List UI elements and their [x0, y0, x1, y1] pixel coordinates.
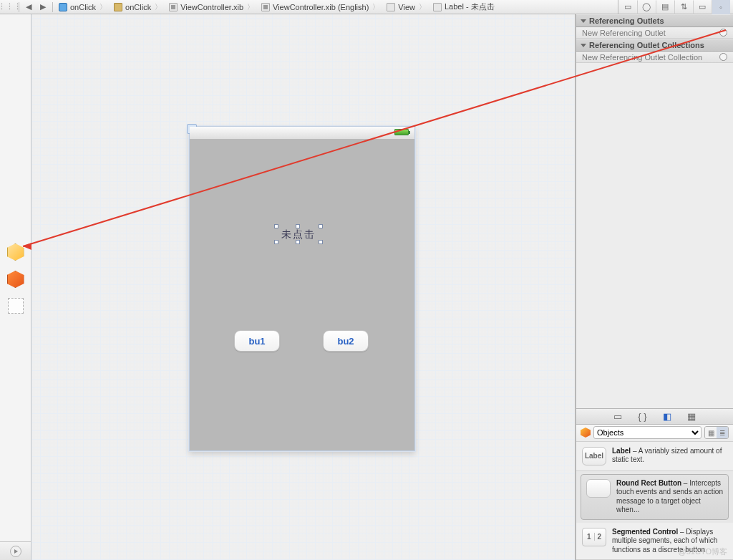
first-responder-icon[interactable]: [7, 271, 24, 288]
breadcrumb-file[interactable]: ViewController.xib 〉: [166, 1, 257, 14]
selection-handle[interactable]: [274, 240, 278, 244]
button-bu2[interactable]: bu2: [323, 330, 369, 352]
status-bar: [190, 127, 414, 140]
disclosure-triangle-icon: [581, 19, 586, 23]
library-filter-bar: Objects ▦ ≣: [576, 425, 733, 442]
attributes-inspector-icon[interactable]: ⇅: [674, 0, 693, 14]
library-item-round-rect-button[interactable]: Round Rect Button – Intercepts touch eve…: [581, 474, 729, 520]
document-outline-strip: [0, 14, 31, 560]
breadcrumb-label: onClick: [125, 3, 151, 11]
outlet-label: New Referencing Outlet Collection: [582, 53, 702, 62]
connection-well-icon[interactable]: [719, 29, 727, 37]
section-title: Referencing Outlets: [589, 16, 664, 25]
inspector-body: [576, 63, 733, 408]
selection-handle[interactable]: [319, 240, 323, 244]
jump-bar: ⋮⋮⋮ ◀ ▶ onClick 〉 onClick 〉 ViewControll…: [0, 0, 733, 14]
referencing-outlets-section: Referencing Outlets New Referencing Outl…: [576, 14, 733, 39]
section-header[interactable]: Referencing Outlet Collections: [576, 39, 733, 52]
breadcrumb-label-item[interactable]: Label - 未点击: [430, 1, 497, 14]
forward-button[interactable]: ▶: [37, 1, 49, 13]
segmented-preview-icon: 12: [582, 528, 606, 546]
xib-file-icon: [261, 3, 270, 11]
chevron-right-icon: 〉: [247, 2, 254, 12]
chevron-right-icon: 〉: [99, 2, 107, 12]
separator: [52, 2, 53, 12]
view-icon: [387, 3, 395, 11]
view-content[interactable]: 未点击 bu1 bu2: [190, 140, 414, 450]
expand-outline-button[interactable]: [10, 546, 21, 557]
xib-file-icon: [169, 3, 178, 11]
library-panel: ▭ { } ◧ ▦ Objects ▦ ≣ Label: [576, 408, 733, 561]
library-item-title: Label: [612, 447, 631, 455]
object-library-icon[interactable]: ◧: [663, 411, 671, 422]
related-items-icon[interactable]: ⋮⋮⋮: [3, 1, 16, 13]
selection-handle[interactable]: [319, 224, 323, 228]
media-library-icon[interactable]: ▦: [687, 411, 696, 422]
breadcrumb-project[interactable]: onClick 〉: [56, 1, 110, 14]
breadcrumb-file-lang[interactable]: ViewController.xib (English) 〉: [258, 1, 382, 14]
breadcrumb-label: Label - 未点击: [445, 1, 495, 12]
selection-handle[interactable]: [296, 224, 300, 228]
outlet-label: New Referencing Outlet: [582, 29, 666, 37]
breadcrumb-view[interactable]: View 〉: [384, 1, 429, 14]
library-item-label[interactable]: Label Label – A variably sized amount of…: [576, 442, 733, 471]
connections-inspector-icon[interactable]: ◦: [712, 0, 730, 14]
button-label: bu1: [248, 336, 265, 347]
file-inspector-icon[interactable]: ▭: [618, 0, 637, 14]
library-tabs: ▭ { } ◧ ▦: [576, 409, 733, 425]
referencing-outlet-collections-section: Referencing Outlet Collections New Refer…: [576, 39, 733, 63]
main-area: × 未点击 bu1 bu2: [0, 14, 733, 560]
view-object-icon[interactable]: [8, 298, 24, 314]
outlet-row[interactable]: New Referencing Outlet: [576, 27, 733, 39]
selection-handle[interactable]: [296, 240, 300, 244]
button-preview-icon: [586, 479, 611, 498]
breadcrumb-label: ViewController.xib (English): [273, 3, 369, 11]
size-inspector-icon[interactable]: ▭: [693, 0, 712, 14]
breadcrumb-folder[interactable]: onClick 〉: [111, 1, 165, 14]
file-templates-icon[interactable]: ▭: [613, 411, 622, 422]
library-item-text: Round Rect Button – Intercepts touch eve…: [616, 479, 723, 515]
interface-builder-canvas[interactable]: × 未点击 bu1 bu2: [31, 14, 576, 560]
label-preview-icon: Label: [582, 447, 606, 465]
library-view-mode: ▦ ≣: [704, 426, 729, 439]
library-scope-select[interactable]: Objects: [593, 426, 702, 439]
objects-cube-icon: [581, 428, 591, 438]
back-button[interactable]: ◀: [22, 1, 35, 13]
identity-inspector-icon[interactable]: ▤: [656, 0, 674, 14]
connection-well-icon[interactable]: [719, 53, 727, 61]
button-bu1[interactable]: bu1: [234, 330, 280, 352]
library-item-text: Label – A variably sized amount of stati…: [612, 447, 727, 465]
breadcrumb-label: View: [398, 3, 415, 11]
library-item-title: Segmented Control: [612, 528, 678, 536]
list-view-button[interactable]: ≣: [717, 427, 728, 438]
quickhelp-inspector-icon[interactable]: ◯: [637, 0, 656, 14]
watermark: @51CTO博客: [679, 546, 727, 557]
button-label: bu2: [337, 336, 354, 347]
chevron-right-icon: 〉: [372, 2, 379, 12]
breadcrumb-label: onClick: [70, 3, 96, 11]
section-header[interactable]: Referencing Outlets: [576, 14, 733, 27]
files-owner-icon[interactable]: [7, 243, 24, 261]
separator: [19, 2, 19, 12]
library-item-title: Round Rect Button: [616, 479, 681, 487]
label-text: 未点击: [281, 228, 316, 240]
simulated-view[interactable]: × 未点击 bu1 bu2: [189, 126, 415, 451]
disclosure-triangle-icon: [581, 44, 586, 47]
project-icon: [59, 3, 67, 11]
grid-view-button[interactable]: ▦: [705, 427, 717, 438]
chevron-right-icon: 〉: [419, 2, 426, 12]
code-snippets-icon[interactable]: { }: [638, 411, 646, 422]
breadcrumb-label: ViewController.xib: [180, 3, 243, 11]
selection-handle[interactable]: [274, 224, 278, 228]
label-icon: [433, 3, 442, 11]
chevron-right-icon: 〉: [155, 2, 162, 12]
folder-icon: [114, 3, 122, 11]
outlet-row[interactable]: New Referencing Outlet Collection: [576, 52, 733, 63]
outline-footer: [0, 541, 31, 560]
section-title: Referencing Outlet Collections: [589, 41, 704, 49]
battery-icon: [394, 129, 409, 135]
inspector-tabs: ▭ ◯ ▤ ⇅ ▭ ◦: [618, 0, 730, 14]
inspector-panel: Referencing Outlets New Referencing Outl…: [576, 14, 733, 560]
